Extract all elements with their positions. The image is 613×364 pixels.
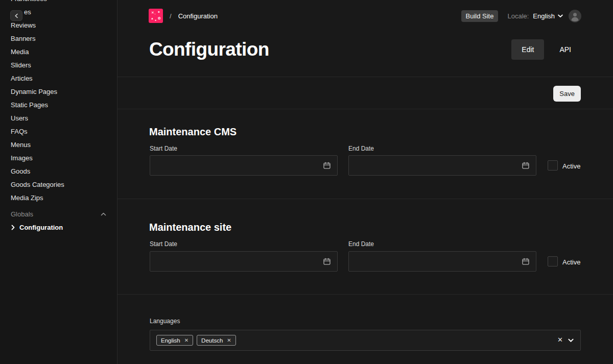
active-checkbox[interactable] [548, 256, 558, 266]
chevron-down-icon [558, 14, 563, 18]
end-date-field [348, 155, 536, 176]
save-bar: Save [117, 77, 613, 109]
calendar-icon[interactable] [522, 258, 529, 265]
chevron-left-icon [14, 13, 18, 18]
sidebar-item-configuration[interactable]: Configuration [0, 221, 117, 234]
sidebar-item-goods[interactable]: Goods [0, 165, 117, 178]
logo-speck-dot2: ▪ [155, 13, 155, 15]
language-tag-english: English ✕ [156, 335, 193, 346]
sidebar-item-goods-categories[interactable]: Goods Categories [0, 178, 117, 191]
sidebar-item-faqs[interactable]: FAQs [0, 125, 117, 138]
globals-label: Globals [11, 210, 33, 218]
sidebar-item-articles[interactable]: Articles [0, 72, 117, 85]
end-date-label: End Date [348, 240, 374, 248]
locale-value: English [533, 12, 555, 20]
end-date-field [348, 251, 536, 272]
logo-speck-x: ✕ [151, 11, 154, 14]
languages-label: Languages [150, 318, 180, 325]
clear-all-icon[interactable]: ✕ [557, 336, 563, 344]
active-label: Active [562, 258, 580, 266]
sidebar-item-static-pages[interactable]: Static Pages [0, 99, 117, 112]
tab-edit[interactable]: Edit [511, 39, 544, 60]
sidebar-item-images[interactable]: Images [0, 152, 117, 165]
breadcrumb: ✕ ✦ ▲ ● ✿ ▪ / Configuration Build Site L… [149, 9, 581, 23]
sidebar-collapse-button[interactable] [10, 10, 22, 21]
section-title: Maintenance site [149, 222, 231, 233]
locale-label: Locale: [507, 12, 529, 20]
start-date-field [150, 155, 338, 176]
locale-select[interactable]: English [533, 12, 563, 20]
end-date-input[interactable] [348, 155, 536, 176]
configuration-label: Configuration [19, 224, 63, 231]
calendar-icon[interactable] [323, 162, 331, 169]
sidebar-item-menus[interactable]: Menus [0, 138, 117, 152]
sidebar-nav: Franchisees es Reviews Banners Media Sli… [0, 0, 117, 205]
main-content: ✕ ✦ ▲ ● ✿ ▪ / Configuration Build Site L… [117, 0, 613, 364]
tab-api[interactable]: API [559, 45, 571, 54]
tag-label: English [161, 337, 180, 344]
chevron-right-icon [11, 225, 15, 230]
languages-multiselect[interactable]: English ✕ Deutsch ✕ ✕ [150, 330, 581, 351]
chevron-down-icon[interactable] [568, 338, 574, 343]
page-title: Configuration [149, 39, 269, 60]
active-label: Active [562, 162, 580, 170]
save-button[interactable]: Save [553, 86, 581, 102]
sidebar: Franchisees es Reviews Banners Media Sli… [0, 0, 117, 364]
logo-speck-dot: ● [155, 19, 156, 21]
calendar-icon[interactable] [522, 162, 529, 169]
sidebar-item-media-zips[interactable]: Media Zips [0, 191, 117, 205]
user-avatar[interactable] [569, 10, 581, 22]
title-row: Configuration Edit API [149, 39, 581, 60]
start-date-label: Start Date [150, 145, 177, 152]
tag-label: Deutsch [201, 337, 223, 344]
active-checkbox[interactable] [548, 160, 558, 171]
end-date-input[interactable] [348, 251, 536, 272]
logo-speck-spark: ✦ [157, 10, 160, 14]
sidebar-item-franchisees[interactable]: Franchisees [0, 0, 117, 6]
start-date-label: Start Date [150, 240, 177, 248]
start-date-field [150, 251, 338, 272]
chevron-up-icon [101, 212, 106, 216]
calendar-icon[interactable] [323, 258, 331, 265]
sidebar-group-globals[interactable]: Globals [0, 207, 117, 221]
build-site-button[interactable]: Build Site [461, 10, 499, 22]
logo-speck-triangle: ▲ [151, 17, 154, 20]
language-tag-deutsch: Deutsch ✕ [197, 335, 236, 346]
remove-tag-icon[interactable]: ✕ [184, 337, 188, 343]
breadcrumb-separator: / [170, 12, 172, 20]
sidebar-item-sliders[interactable]: Sliders [0, 59, 117, 72]
app-logo[interactable]: ✕ ✦ ▲ ● ✿ ▪ [149, 9, 163, 23]
sidebar-item-banners[interactable]: Banners [0, 32, 117, 45]
section-maintenance-site: Maintenance site Start Date End Date Act… [117, 199, 613, 295]
remove-tag-icon[interactable]: ✕ [227, 337, 231, 343]
sidebar-item-media[interactable]: Media [0, 45, 117, 59]
logo-speck-gear: ✿ [158, 16, 161, 20]
section-maintenance-cms: Maintenance CMS Start Date End Date Acti… [117, 109, 613, 199]
view-tabs: Edit API [511, 39, 581, 60]
page-header: ✕ ✦ ▲ ● ✿ ▪ / Configuration Build Site L… [117, 0, 613, 77]
sidebar-item-dynamic-pages[interactable]: Dynamic Pages [0, 85, 117, 99]
start-date-input[interactable] [150, 155, 338, 176]
breadcrumb-current[interactable]: Configuration [178, 12, 218, 20]
header-actions: Build Site Locale: English [461, 10, 581, 22]
section-title: Maintenance CMS [149, 126, 237, 138]
section-languages: Languages English ✕ Deutsch ✕ ✕ [117, 295, 613, 364]
start-date-input[interactable] [150, 251, 338, 272]
sidebar-item-users[interactable]: Users [0, 112, 117, 125]
end-date-label: End Date [348, 145, 374, 152]
